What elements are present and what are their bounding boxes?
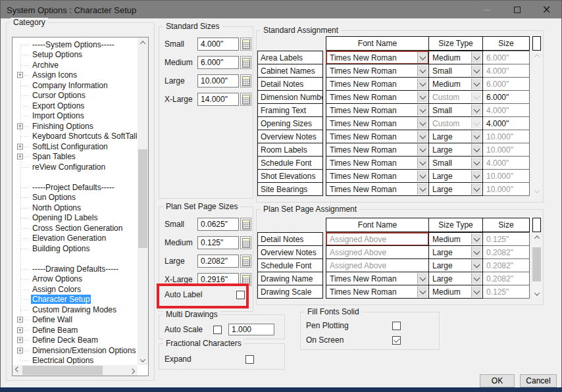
size-type-dropdown[interactable]: Large [428, 169, 483, 183]
font-name-dropdown[interactable]: Assigned Above [326, 245, 429, 259]
chevron-down-icon[interactable] [471, 286, 482, 297]
expand-checkbox[interactable] [245, 355, 254, 364]
auto-scale-input[interactable] [228, 324, 274, 335]
scroll-right-icon[interactable] [127, 365, 138, 375]
calculator-icon[interactable] [240, 37, 251, 51]
tree-item[interactable]: +Span Tables [14, 152, 137, 162]
chevron-down-icon[interactable] [471, 144, 482, 155]
font-name-dropdown[interactable]: Times New Roman [326, 272, 429, 285]
ok-button[interactable]: OK [480, 374, 515, 387]
calculator-icon[interactable] [240, 93, 251, 106]
size-field[interactable]: 0.2082" [482, 245, 530, 259]
chevron-down-icon[interactable] [471, 78, 482, 89]
size-field[interactable]: 10.000" [482, 143, 530, 157]
chevron-down-icon[interactable] [471, 65, 482, 76]
xlarge-size-input[interactable] [197, 93, 239, 106]
chevron-down-icon[interactable] [417, 157, 428, 168]
chevron-down-icon[interactable] [471, 105, 482, 116]
font-name-dropdown[interactable]: Times New Roman [326, 182, 429, 196]
font-name-dropdown[interactable]: Times New Roman [326, 116, 429, 130]
chevron-down-icon[interactable] [471, 273, 482, 284]
chevron-down-icon[interactable] [417, 105, 428, 116]
font-name-dropdown[interactable]: Times New Roman [326, 90, 429, 104]
chevron-down-icon[interactable] [417, 118, 428, 129]
font-name-dropdown[interactable]: Times New Roman [326, 130, 429, 143]
auto-label-checkbox[interactable] [236, 291, 245, 299]
font-name-dropdown[interactable]: Assigned Above [326, 232, 429, 246]
size-type-dropdown[interactable]: Large [428, 272, 483, 285]
table-vertical-scrollbar[interactable] [532, 51, 541, 195]
title-bar[interactable]: System Options : Character Setup × [1, 1, 561, 19]
pen-plotting-checkbox[interactable] [392, 322, 401, 330]
expand-plus-icon[interactable]: + [17, 154, 23, 160]
chevron-down-icon[interactable] [417, 170, 428, 182]
scroll-up-icon[interactable] [532, 233, 541, 241]
tree-item[interactable]: +Define Beam [14, 325, 137, 335]
tree-item[interactable]: Custom Drawing Modes [14, 305, 137, 315]
on-screen-checkbox[interactable] [392, 336, 401, 345]
size-field[interactable]: 6.000" [482, 77, 530, 91]
tree-item[interactable]: Setup Options [14, 50, 137, 61]
chevron-down-icon[interactable] [471, 184, 482, 195]
size-field[interactable]: 10.000" [482, 182, 530, 196]
size-field[interactable]: 10.000" [482, 130, 530, 143]
vertical-scrollbar-thumb[interactable] [532, 247, 541, 282]
tree-item[interactable]: Building Options [14, 243, 137, 254]
scroll-down-icon[interactable] [138, 355, 148, 365]
calculator-icon[interactable] [240, 56, 251, 69]
close-button[interactable]: × [532, 1, 561, 19]
tree-item[interactable]: Elevation Generation [14, 233, 137, 244]
calculator-icon[interactable] [240, 255, 251, 268]
tree-item[interactable]: Character Setup [14, 295, 137, 305]
chevron-down-icon[interactable] [471, 157, 482, 168]
tree-item[interactable]: -----Drawing Defaults----- [14, 264, 137, 274]
expand-plus-icon[interactable]: + [17, 72, 23, 78]
expand-plus-icon[interactable]: + [17, 123, 23, 129]
size-field[interactable]: 0.2082" [482, 272, 530, 285]
chevron-down-icon[interactable] [417, 286, 428, 297]
expand-plus-icon[interactable]: + [17, 347, 23, 353]
tree-item[interactable]: Sun Options [14, 193, 137, 203]
chevron-down-icon[interactable] [471, 247, 482, 258]
table-vertical-scrollbar[interactable] [532, 233, 541, 298]
expand-plus-icon[interactable]: + [17, 337, 23, 343]
chevron-down-icon[interactable] [417, 144, 428, 155]
minimize-button[interactable] [473, 1, 502, 19]
size-field[interactable]: 0.2082" [482, 258, 530, 272]
scroll-down-icon[interactable] [532, 187, 541, 195]
size-field[interactable]: 4.000" [482, 103, 530, 117]
tree-vertical-scrollbar[interactable] [138, 37, 148, 365]
chevron-down-icon[interactable] [417, 52, 428, 63]
tree-item[interactable]: Electrical Options [14, 356, 137, 365]
expand-plus-icon[interactable]: + [17, 327, 23, 333]
tree-item[interactable]: Archive [14, 60, 137, 70]
size-field[interactable]: 6.000" [482, 90, 530, 104]
tree-item[interactable]: +Define Wall [14, 315, 137, 326]
scroll-down-icon[interactable] [532, 289, 541, 298]
chevron-down-icon[interactable] [417, 184, 428, 195]
size-field[interactable]: 0.125" [482, 232, 530, 246]
cancel-button[interactable]: Cancel [520, 374, 557, 387]
chevron-down-icon[interactable] [471, 52, 482, 63]
tree-item[interactable]: Opening ID Labels [14, 213, 137, 224]
size-type-dropdown[interactable]: Small [428, 156, 483, 170]
size-type-dropdown[interactable]: Large [428, 258, 483, 272]
tree-item[interactable]: +Assign Icons [14, 70, 137, 81]
tree-item[interactable]: Import Options [14, 111, 137, 122]
tree-item[interactable]: -----System Options----- [14, 39, 137, 50]
scroll-up-icon[interactable] [138, 37, 148, 47]
chevron-down-icon[interactable] [471, 170, 482, 182]
tree-item[interactable]: Assign Colors [14, 284, 137, 295]
size-field[interactable]: 4.000" [482, 64, 530, 78]
xlarge-page-size-input[interactable] [197, 273, 239, 286]
tree-item[interactable]: Export Options [14, 101, 137, 111]
size-type-dropdown[interactable]: Large [428, 130, 483, 143]
size-field[interactable]: 6.000" [482, 51, 530, 64]
font-name-dropdown[interactable]: Times New Roman [326, 143, 429, 157]
medium-size-input[interactable] [197, 56, 239, 69]
font-name-dropdown[interactable]: Times New Roman [326, 285, 429, 299]
medium-page-size-input[interactable] [197, 236, 239, 249]
scroll-left-icon[interactable] [13, 365, 23, 375]
vertical-scrollbar-thumb[interactable] [138, 149, 147, 248]
maximize-button[interactable] [502, 1, 532, 19]
